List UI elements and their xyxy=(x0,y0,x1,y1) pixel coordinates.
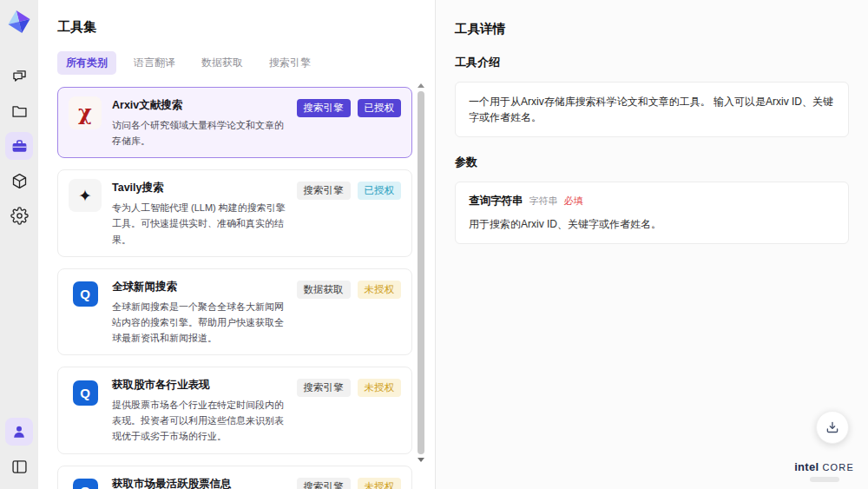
user-icon[interactable] xyxy=(5,418,33,446)
core-wordmark: CORE xyxy=(822,462,854,472)
arxiv-icon: χ xyxy=(69,96,102,129)
tool-description: 访问各个研究领域大量科学论文和文章的存储库。 xyxy=(112,117,286,149)
intel-sub-brand xyxy=(810,477,839,482)
tool-text: Tavily搜索 专为人工智能代理 (LLM) 构建的搜索引擎工具。可快速提供实… xyxy=(112,179,286,247)
auth-status-badge: 已授权 xyxy=(358,99,402,117)
tools-panel: 工具集 所有类别 语言翻译 数据获取 搜索引擎 χ Arxiv文献搜索 访问各个… xyxy=(38,0,436,489)
intro-box: 一个用于从Arxiv存储库搜索科学论文和文章的工具。 输入可以是Arxiv ID… xyxy=(455,82,849,137)
category-tab[interactable]: 语言翻译 xyxy=(125,51,184,75)
tool-text: 获取市场最活跃股票信息 提供当天交易量最高的股票列表。投资者可以利用这些信息来识… xyxy=(112,475,286,489)
chat-icon[interactable] xyxy=(5,63,33,90)
category-tab[interactable]: 数据获取 xyxy=(193,51,252,75)
tab-label: 搜索引擎 xyxy=(269,56,311,69)
tools-panel-title: 工具集 xyxy=(57,19,412,36)
tool-badges: 搜索引擎 未授权 xyxy=(297,475,402,489)
category-tab[interactable]: 所有类别 xyxy=(57,51,116,75)
tool-card[interactable]: Q 获取股市各行业表现 提供股票市场各个行业在特定时间段内的表现。投资者可以利用… xyxy=(57,367,412,453)
tool-card[interactable]: ✦ Tavily搜索 专为人工智能代理 (LLM) 构建的搜索引擎工具。可快速提… xyxy=(57,169,412,256)
auth-status-badge: 未授权 xyxy=(358,281,402,299)
qnews-icon: Q xyxy=(69,475,102,489)
intel-core-logo: intelCORE xyxy=(794,459,854,482)
tool-name: 获取股市各行业表现 xyxy=(112,378,286,393)
details-title: 工具详情 xyxy=(455,21,849,37)
tool-text: 获取股市各行业表现 提供股票市场各个行业在特定时间段内的表现。投资者可以利用这些… xyxy=(112,376,286,444)
tool-badges: 搜索引擎 已授权 xyxy=(297,179,402,200)
tab-label: 数据获取 xyxy=(201,56,243,69)
gem-logo-icon[interactable] xyxy=(4,7,34,36)
scroll-up-arrow-icon[interactable] xyxy=(418,83,424,88)
intro-heading: 工具介绍 xyxy=(455,55,849,70)
category-badge: 搜索引擎 xyxy=(297,182,351,200)
category-badge: 搜索引擎 xyxy=(297,478,351,489)
tool-text: Arxiv文献搜索 访问各个研究领域大量科学论文和文章的存储库。 xyxy=(112,96,286,149)
param-type: 字符串 xyxy=(529,195,558,208)
tool-name: Tavily搜索 xyxy=(112,181,286,195)
param-description: 用于搜索的Arxiv ID、关键字或作者姓名。 xyxy=(469,216,835,232)
category-badge: 搜索引擎 xyxy=(297,99,351,117)
tool-name: Arxiv文献搜索 xyxy=(112,98,286,113)
tool-description: 专为人工智能代理 (LLM) 构建的搜索引擎工具。可快速提供实时、准确和真实的结… xyxy=(112,200,286,247)
category-badge: 数据获取 xyxy=(297,281,351,299)
tool-badges: 搜索引擎 已授权 xyxy=(297,96,402,117)
tab-label: 所有类别 xyxy=(66,56,108,69)
gear-icon[interactable] xyxy=(5,202,33,229)
panel-layout-icon[interactable] xyxy=(5,453,33,480)
nav-rail xyxy=(0,0,38,489)
params-heading: 参数 xyxy=(455,155,849,170)
tool-list: χ Arxiv文献搜索 访问各个研究领域大量科学论文和文章的存储库。 搜索引擎 … xyxy=(57,87,412,489)
tool-description: 全球新闻搜索是一个聚合全球各大新闻网站内容的搜索引擎。帮助用户快速获取全球最新资… xyxy=(112,299,286,346)
tool-badges: 搜索引擎 未授权 xyxy=(297,376,402,397)
auth-status-badge: 未授权 xyxy=(358,379,402,397)
param-box: 查询字符串 字符串 必填 用于搜索的Arxiv ID、关键字或作者姓名。 xyxy=(455,182,849,244)
tool-card[interactable]: Q 获取市场最活跃股票信息 提供当天交易量最高的股票列表。投资者可以利用这些信息… xyxy=(57,466,412,489)
intro-text: 一个用于从Arxiv存储库搜索科学论文和文章的工具。 输入可以是Arxiv ID… xyxy=(469,94,835,125)
tavily-icon: ✦ xyxy=(69,179,102,212)
download-icon xyxy=(825,420,840,435)
toolbox-icon[interactable] xyxy=(5,132,33,160)
category-tabs: 所有类别 语言翻译 数据获取 搜索引擎 xyxy=(57,51,412,75)
param-required-badge: 必填 xyxy=(564,195,583,208)
auth-status-badge: 已授权 xyxy=(358,182,402,200)
scroll-down-arrow-icon[interactable] xyxy=(418,458,424,462)
scrollbar[interactable] xyxy=(418,83,424,462)
auth-status-badge: 未授权 xyxy=(358,478,402,489)
scrollbar-thumb[interactable] xyxy=(418,91,424,454)
tool-description: 提供股票市场各个行业在特定时间段内的表现。投资者可以利用这些信息来识别表现优于或… xyxy=(112,397,286,444)
category-tab[interactable]: 搜索引擎 xyxy=(260,51,319,75)
param-name: 查询字符串 xyxy=(469,194,523,208)
cube-icon[interactable] xyxy=(5,167,33,195)
qnews-icon: Q xyxy=(69,278,102,311)
app-window: 工具集 所有类别 语言翻译 数据获取 搜索引擎 χ Arxiv文献搜索 访问各个… xyxy=(0,0,868,489)
tool-card[interactable]: Q 全球新闻搜索 全球新闻搜索是一个聚合全球各大新闻网站内容的搜索引擎。帮助用户… xyxy=(57,268,412,355)
tool-name: 获取市场最活跃股票信息 xyxy=(112,477,286,489)
tool-details-panel: 工具详情 工具介绍 一个用于从Arxiv存储库搜索科学论文和文章的工具。 输入可… xyxy=(436,0,868,489)
intel-wordmark: intel xyxy=(794,460,819,473)
folder-icon[interactable] xyxy=(5,97,33,125)
qnews-icon: Q xyxy=(69,376,102,409)
tool-card[interactable]: χ Arxiv文献搜索 访问各个研究领域大量科学论文和文章的存储库。 搜索引擎 … xyxy=(57,87,412,158)
category-badge: 搜索引擎 xyxy=(297,379,351,397)
tool-badges: 数据获取 未授权 xyxy=(297,278,402,299)
download-button[interactable] xyxy=(816,411,849,444)
tool-name: 全球新闻搜索 xyxy=(112,280,286,294)
tool-text: 全球新闻搜索 全球新闻搜索是一个聚合全球各大新闻网站内容的搜索引擎。帮助用户快速… xyxy=(112,278,286,346)
param-header: 查询字符串 字符串 必填 xyxy=(469,194,835,208)
tab-label: 语言翻译 xyxy=(134,56,175,69)
